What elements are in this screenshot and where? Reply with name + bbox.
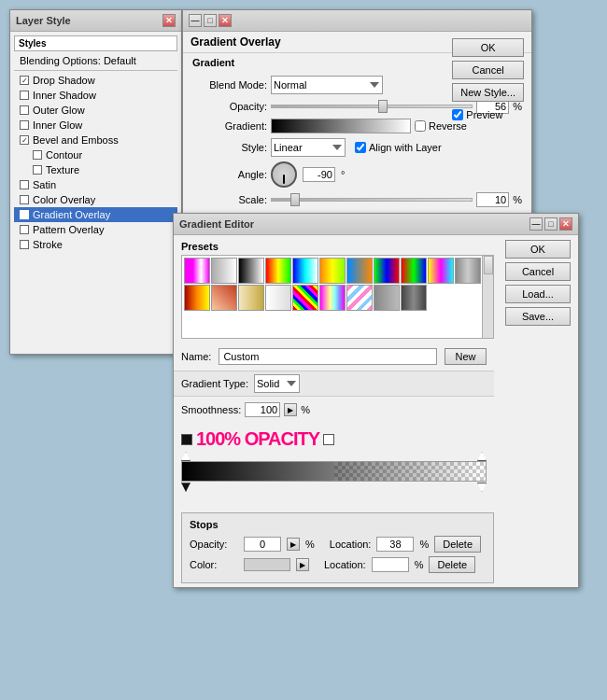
top-stop-right[interactable] [477,452,487,461]
ge-cancel-button[interactable]: Cancel [505,262,571,281]
stroke-checkbox[interactable] [20,240,29,249]
top-stop-left[interactable] [181,452,191,461]
gradient-overlay-panel-titlebar[interactable]: — □ ✕ [183,10,531,32]
color-swatch[interactable] [244,558,290,571]
angle-dial[interactable] [271,161,297,188]
drop-shadow-checkbox[interactable] [20,76,29,85]
delete-stop-btn[interactable]: Delete [434,536,481,553]
preset-item[interactable] [319,258,346,284]
ge-load-button[interactable]: Load... [505,285,571,303]
preset-item[interactable] [265,285,291,311]
inner-glow-checkbox[interactable] [20,120,29,130]
opacity-stop-right[interactable] [323,434,334,445]
stops-header: Stops [190,519,486,530]
gradient-bar[interactable] [181,461,487,482]
bottom-stop-black[interactable] [181,483,191,492]
reverse-checkbox[interactable] [415,120,426,132]
align-layer-label[interactable]: Align with Layer [355,142,442,153]
bevel-emboss-checkbox[interactable] [20,135,29,145]
ge-save-button[interactable]: Save... [505,307,571,326]
style-select[interactable]: Linear Radial [271,138,346,157]
gradient-type-select[interactable]: Solid Noise [254,374,300,393]
smoothness-stepper[interactable]: ▶ [284,403,297,416]
gradient-editor-titlebar[interactable]: Gradient Editor — □ ✕ [174,214,578,235]
sidebar-item-outer-glow[interactable]: Outer Glow [14,103,177,118]
pattern-overlay-checkbox[interactable] [20,225,29,234]
preset-item[interactable] [428,258,454,284]
scale-input[interactable] [476,192,509,207]
preset-item[interactable] [292,258,318,284]
preset-item[interactable] [184,285,210,311]
location-input[interactable] [376,537,414,552]
ge-close-btn[interactable]: ✕ [559,217,572,231]
inner-shadow-checkbox[interactable] [20,91,29,100]
ge-maximize-btn[interactable]: □ [544,217,558,231]
color-location-input[interactable] [372,557,409,572]
smoothness-input[interactable] [245,402,280,417]
preset-item[interactable] [346,258,373,284]
ge-minimize-btn[interactable]: — [529,217,543,231]
gradient-overlay-checkbox[interactable] [20,210,29,219]
sidebar-item-stroke[interactable]: Stroke [14,237,177,252]
new-gradient-button[interactable]: New [445,348,487,365]
preset-item[interactable] [292,285,318,311]
preset-item[interactable] [319,285,346,311]
sidebar-item-gradient-overlay[interactable]: Gradient Overlay [14,207,177,222]
preset-item[interactable] [184,258,210,284]
delete-color-btn[interactable]: Delete [429,556,475,573]
outer-glow-checkbox[interactable] [20,105,29,115]
ok-button[interactable]: OK [452,38,524,57]
cancel-button[interactable]: Cancel [452,61,524,79]
layer-style-title-bar[interactable]: Layer Style ✕ [10,10,181,32]
preset-item[interactable] [374,285,400,311]
preview-checkbox[interactable] [452,109,463,120]
scrollbar-thumb[interactable] [484,256,493,274]
color-overlay-checkbox[interactable] [20,195,29,204]
sidebar-item-satin[interactable]: Satin [14,177,177,192]
preset-item[interactable] [211,285,237,311]
preview-checkbox-label[interactable]: Preview [452,109,524,120]
contour-checkbox[interactable] [33,150,42,160]
angle-input[interactable] [303,167,335,182]
opacity-stop-left[interactable] [181,434,192,445]
color-stepper[interactable]: ▶ [296,558,309,571]
opacity-stop-unit: % [305,539,315,550]
name-input[interactable] [219,348,437,365]
opacity-stop-input[interactable] [244,537,281,552]
preset-item[interactable] [401,258,427,284]
sidebar-item-pattern-overlay[interactable]: Pattern Overlay [14,222,177,237]
sidebar-item-inner-shadow[interactable]: Inner Shadow [14,88,177,103]
preset-item[interactable] [238,258,264,284]
opacity-stepper[interactable]: ▶ [287,538,300,551]
texture-checkbox[interactable] [33,165,42,175]
align-layer-checkbox[interactable] [355,142,366,153]
blend-mode-select[interactable]: Normal Dissolve Multiply [271,76,383,94]
preset-item[interactable] [401,285,427,311]
sidebar-item-color-overlay[interactable]: Color Overlay [14,192,177,207]
bottom-stop-white[interactable] [477,483,487,492]
close-button[interactable]: ✕ [162,14,176,27]
sidebar-item-texture[interactable]: Texture [27,162,177,177]
sidebar-item-inner-glow[interactable]: Inner Glow [14,118,177,133]
preset-item[interactable] [374,258,400,284]
preset-item[interactable] [346,285,373,311]
sidebar-item-drop-shadow[interactable]: Drop Shadow [14,73,177,88]
preset-item[interactable] [211,258,237,284]
new-style-button[interactable]: New Style... [452,83,524,102]
preset-item[interactable] [265,258,291,284]
satin-checkbox[interactable] [20,180,29,189]
ge-ok-button[interactable]: OK [505,240,571,259]
blending-options-item[interactable]: Blending Options: Default [14,53,177,68]
opacity-slider[interactable] [271,105,473,108]
scale-slider[interactable] [271,198,473,202]
close-btn[interactable]: ✕ [219,14,232,27]
presets-scrollbar[interactable] [482,256,493,338]
sidebar-item-bevel-emboss[interactable]: Bevel and Emboss [14,133,177,147]
minimize-btn[interactable]: — [189,14,202,27]
styles-label: Styles [14,35,177,51]
preset-item[interactable] [238,285,264,311]
gradient-preview-swatch[interactable] [271,119,411,133]
preset-item[interactable] [455,258,481,284]
maximize-btn[interactable]: □ [204,14,217,27]
sidebar-item-contour[interactable]: Contour [27,147,177,162]
